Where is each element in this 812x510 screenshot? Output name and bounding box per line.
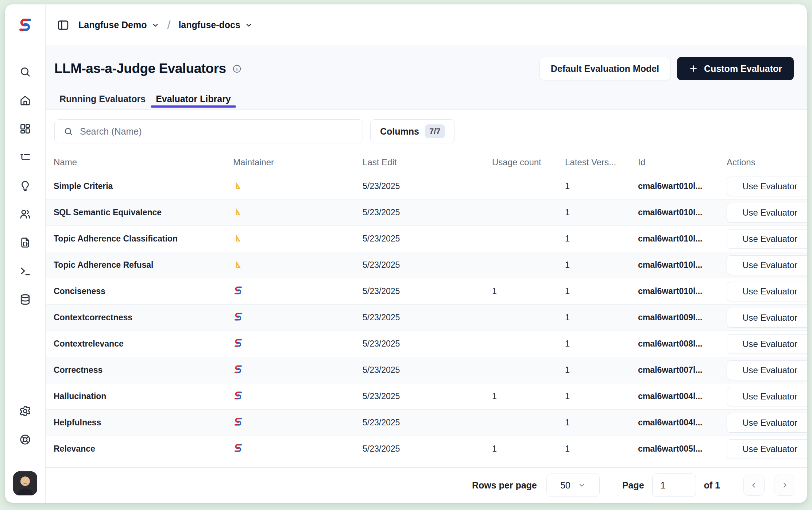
table-row[interactable]: SQL Semantic Equivalence 5/23/2025 1 cma… — [46, 200, 807, 226]
support-lifebuoy-icon[interactable] — [19, 433, 31, 446]
langfuse-logo-icon — [233, 417, 243, 427]
search-box[interactable] — [54, 119, 363, 143]
ragas-icon — [233, 259, 243, 269]
langfuse-icon — [233, 417, 243, 427]
last-edit-cell: 5/23/2025 — [363, 391, 492, 401]
evaluator-id-cell: cmal6wart010l... — [638, 208, 727, 217]
users-icon[interactable] — [19, 208, 31, 220]
use-evaluator-button[interactable]: Use Evaluator — [727, 308, 807, 328]
column-header-id: Id — [638, 157, 727, 167]
database-icon[interactable] — [19, 293, 31, 306]
table-row[interactable]: Correctness 5/23/2025 1 cmal6wart007l...… — [46, 357, 807, 383]
last-edit-cell: 5/23/2025 — [363, 286, 492, 296]
sidebar — [5, 4, 46, 503]
columns-button[interactable]: Columns 7/7 — [370, 119, 455, 143]
custom-evaluator-label: Custom Evaluator — [704, 63, 782, 74]
custom-evaluator-button[interactable]: Custom Evaluator — [677, 57, 794, 80]
rows-per-page-select[interactable]: 50 — [546, 474, 600, 497]
project-name: Langfuse Demo — [78, 20, 147, 30]
page-label: Page — [622, 480, 644, 491]
ragas-logo-icon — [233, 259, 243, 269]
maintainer-cell — [233, 417, 363, 429]
use-evaluator-button[interactable]: Use Evaluator — [727, 203, 807, 223]
use-evaluator-button[interactable]: Use Evaluator — [727, 439, 807, 459]
use-evaluator-button[interactable]: Use Evaluator — [727, 334, 807, 354]
use-evaluator-button[interactable]: Use Evaluator — [727, 255, 807, 275]
table-row[interactable]: Topic Adherence Classification 5/23/2025… — [46, 226, 807, 252]
page-of-label: of 1 — [704, 480, 720, 491]
last-edit-cell: 5/23/2025 — [363, 418, 492, 428]
use-evaluator-button[interactable]: Use Evaluator — [727, 282, 807, 301]
evaluator-id-cell: cmal6wart008l... — [638, 339, 727, 349]
use-evaluator-button[interactable]: Use Evaluator — [727, 229, 807, 249]
table-header: Name Maintainer Last Edit Usage count La… — [46, 151, 807, 173]
latest-version-cell: 1 — [565, 418, 638, 428]
tab-evaluator-library[interactable]: Evaluator Library — [151, 88, 236, 109]
columns-label: Columns — [380, 126, 419, 137]
rows-per-page-value: 50 — [560, 480, 571, 491]
use-evaluator-button[interactable]: Use Evaluator — [727, 177, 807, 196]
evaluator-name: Topic Adherence Refusal — [54, 260, 233, 270]
next-page-button[interactable] — [774, 475, 795, 496]
chevron-down-icon — [245, 21, 253, 29]
langfuse-icon — [233, 364, 243, 374]
evaluator-id-cell: cmal6wart004l... — [638, 391, 727, 401]
lightbulb-icon[interactable] — [19, 179, 31, 192]
usage-count-cell: 1 — [492, 391, 565, 401]
last-edit-cell: 5/23/2025 — [363, 208, 492, 217]
resource-name: langfuse-docs — [178, 20, 240, 30]
page-number-input[interactable]: 1 — [652, 474, 696, 497]
table-row[interactable]: Hallucination 5/23/2025 1 1 cmal6wart004… — [46, 383, 807, 410]
table-row[interactable]: Contextcorrectness 5/23/2025 1 cmal6wart… — [46, 305, 807, 331]
tracing-tree-icon[interactable] — [19, 151, 31, 163]
columns-count-badge: 7/7 — [425, 124, 445, 138]
column-header-last-edit: Last Edit — [363, 157, 492, 167]
dashboard-icon[interactable] — [19, 123, 31, 135]
page-header-band: LLM-as-a-Judge Evaluators Default Evalua… — [46, 46, 807, 110]
user-avatar[interactable] — [13, 471, 37, 495]
evaluator-name: Correctness — [54, 365, 233, 375]
table-row[interactable]: Simple Criteria 5/23/2025 1 cmal6wart010… — [46, 173, 807, 200]
breadcrumb-resource[interactable]: langfuse-docs — [178, 20, 252, 30]
table-row[interactable]: Conciseness 5/23/2025 1 1 cmal6wart010l.… — [46, 278, 807, 305]
prompts-file-icon[interactable] — [19, 236, 31, 249]
latest-version-cell: 1 — [565, 208, 638, 217]
previous-page-button[interactable] — [743, 475, 765, 496]
use-evaluator-button[interactable]: Use Evaluator — [727, 360, 807, 380]
table-row[interactable]: Helpfulness 5/23/2025 1 cmal6wart004l...… — [46, 410, 807, 436]
default-evaluation-model-button[interactable]: Default Evaluation Model — [540, 57, 670, 80]
terminal-playground-icon[interactable] — [19, 265, 31, 277]
maintainer-cell — [233, 443, 363, 455]
evaluator-name: Hallucination — [54, 391, 233, 401]
langfuse-icon — [233, 390, 243, 401]
maintainer-cell — [233, 206, 363, 219]
breadcrumb-separator: / — [167, 18, 171, 32]
search-input[interactable] — [80, 126, 354, 137]
chevron-right-icon — [781, 481, 789, 489]
latest-version-cell: 1 — [565, 444, 638, 454]
settings-gear-icon[interactable] — [19, 405, 31, 417]
use-evaluator-button[interactable]: Use Evaluator — [727, 387, 807, 406]
use-evaluator-button[interactable]: Use Evaluator — [727, 413, 807, 433]
langfuse-logo-icon — [17, 17, 33, 33]
info-icon[interactable] — [232, 64, 242, 74]
latest-version-cell: 1 — [565, 260, 638, 270]
evaluator-id-cell: cmal6wart010l... — [638, 234, 727, 244]
evaluator-id-cell: cmal6wart010l... — [638, 260, 727, 270]
table-row[interactable]: Topic Adherence Refusal 5/23/2025 1 cmal… — [46, 252, 807, 278]
column-header-name: Name — [54, 157, 233, 167]
search-icon[interactable] — [19, 66, 31, 78]
tab-running-evaluators[interactable]: Running Evaluators — [54, 88, 151, 109]
table-row[interactable]: Contextrelevance 5/23/2025 1 cmal6wart00… — [46, 331, 807, 357]
sidebar-toggle-icon[interactable] — [57, 19, 70, 32]
ragas-logo-icon — [233, 206, 243, 217]
maintainer-cell — [233, 364, 363, 376]
langfuse-icon — [233, 285, 243, 295]
breadcrumb-project[interactable]: Langfuse Demo — [78, 20, 159, 30]
home-icon[interactable] — [19, 94, 31, 107]
langfuse-icon — [233, 338, 243, 348]
last-edit-cell: 5/23/2025 — [363, 181, 492, 191]
table-row[interactable]: Relevance 5/23/2025 1 1 cmal6wart005l...… — [46, 436, 807, 462]
langfuse-icon — [233, 443, 243, 453]
sidebar-bottom — [13, 405, 37, 503]
